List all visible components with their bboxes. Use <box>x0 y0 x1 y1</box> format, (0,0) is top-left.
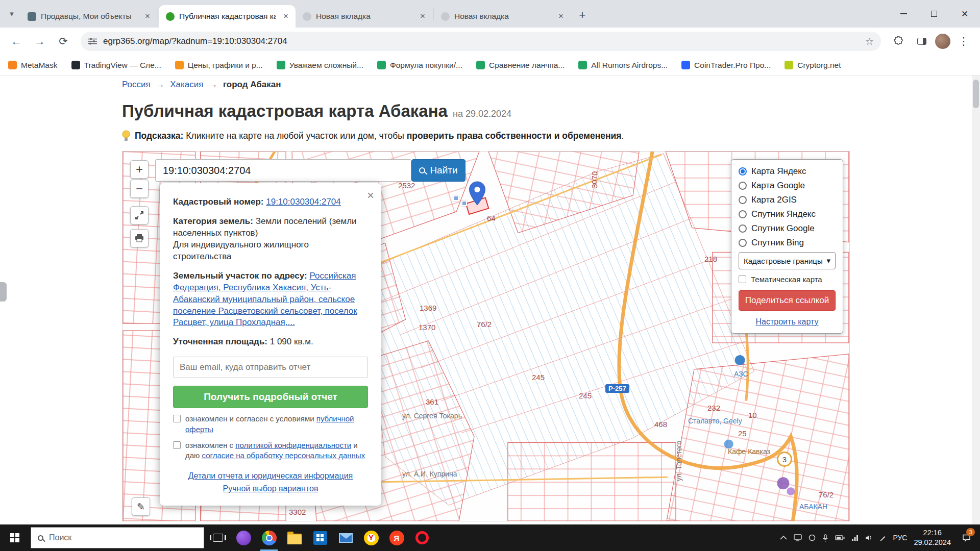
page-title-date: на 29.02.2024 <box>453 109 511 119</box>
close-button[interactable]: ✕ <box>949 0 980 28</box>
zoom-out-button[interactable]: − <box>130 180 149 198</box>
location-pin-icon <box>469 181 486 208</box>
tab-cadastral-map[interactable]: Публичная кадастровая карта × <box>159 5 296 28</box>
find-button[interactable]: Найти <box>411 159 465 182</box>
reload-button[interactable]: ⟳ <box>53 31 74 52</box>
tab-close-icon[interactable]: × <box>555 11 567 22</box>
tab-close-icon[interactable]: × <box>417 11 428 22</box>
tab-sellers[interactable]: Продавцы, Мои объекты × <box>20 5 157 28</box>
bookmark-item[interactable]: All Rumors Airdrops... <box>578 61 668 70</box>
boundaries-select[interactable]: Кадастровые границы▾ <box>739 252 836 269</box>
network-icon[interactable] <box>851 535 859 541</box>
app-store-button[interactable] <box>307 524 333 551</box>
site-settings-icon[interactable] <box>88 38 97 45</box>
tab-list-chevron-icon[interactable]: ▾ <box>6 9 17 18</box>
app-mail-button[interactable] <box>333 524 358 551</box>
bookmark-star-icon[interactable]: ☆ <box>865 36 874 47</box>
thematic-map-row[interactable]: Тематическая карта <box>739 275 836 284</box>
start-button[interactable] <box>0 524 30 551</box>
side-handle[interactable] <box>0 282 7 302</box>
personal-data-link[interactable]: согласие на обработку персональных данны… <box>202 451 365 460</box>
tab-new-2[interactable]: Новая вкладка × <box>434 5 571 28</box>
breadcrumb-link-russia[interactable]: Россия <box>122 80 151 89</box>
get-report-button[interactable]: Получить подробный отчет <box>173 386 368 408</box>
bookmarks-bar: MetaMask TradingView — Сле... Цены, граф… <box>0 55 980 76</box>
tab-close-icon[interactable]: × <box>280 11 291 22</box>
status-circle-icon[interactable] <box>808 534 816 541</box>
address-bar[interactable]: egrp365.org/map/?kadnum=19:10:030304:270… <box>81 32 881 51</box>
scrollbar-thumb[interactable] <box>973 80 979 108</box>
cadnum-link[interactable]: 19:10:030304:2704 <box>266 197 341 207</box>
radio-icon <box>739 196 747 204</box>
agree-offer-checkbox[interactable] <box>173 415 181 422</box>
draw-button[interactable]: ✎ <box>132 497 150 516</box>
task-view-button[interactable] <box>205 524 231 551</box>
hidden-icons-button[interactable] <box>780 536 787 540</box>
bookmark-item[interactable]: Уважаем сложный... <box>277 61 363 70</box>
layer-option-google-sat[interactable]: Спутник Google <box>739 223 836 234</box>
bookmark-label: All Rumors Airdrops... <box>591 61 668 70</box>
hint-label: Подсказка: <box>135 131 183 141</box>
microphone-icon[interactable] <box>822 534 828 542</box>
layer-option-bing-sat[interactable]: Спутник Bing <box>739 238 836 248</box>
bookmark-item[interactable]: Формула покупки/... <box>377 61 462 70</box>
kadnum-search-input[interactable] <box>155 159 411 182</box>
minimize-button[interactable] <box>888 0 919 28</box>
road-number-badge: 3 <box>777 452 792 467</box>
maximize-icon <box>931 11 937 17</box>
menu-kebab-icon[interactable]: ⋮ <box>953 31 974 52</box>
tab-close-icon[interactable]: × <box>142 11 153 22</box>
configure-map-link[interactable]: Настроить карту <box>739 317 836 327</box>
share-link-button[interactable]: Поделиться ссылкой <box>739 290 836 311</box>
layer-option-google-map[interactable]: Карта Google <box>739 181 836 191</box>
bookmark-item[interactable]: CoinTrader.Pro Про... <box>681 61 771 70</box>
thematic-checkbox[interactable] <box>739 276 746 283</box>
new-tab-button[interactable]: + <box>575 8 590 23</box>
layer-option-2gis-map[interactable]: Карта 2GIS <box>739 195 836 205</box>
notification-center-button[interactable]: 3 <box>958 524 975 551</box>
app-yandex-button[interactable]: Я <box>384 524 409 551</box>
language-indicator[interactable]: РУС <box>893 534 907 542</box>
clock[interactable]: 22:16 29.02.2024 <box>914 528 951 547</box>
breadcrumb-link-khakasia[interactable]: Хакасия <box>170 80 203 89</box>
tab-new-1[interactable]: Новая вкладка × <box>296 5 432 28</box>
battery-icon[interactable] <box>835 535 845 540</box>
forward-button[interactable]: → <box>30 31 50 52</box>
app-opera-button[interactable] <box>409 524 435 551</box>
extensions-icon[interactable] <box>888 31 909 52</box>
maximize-button[interactable] <box>919 0 949 28</box>
taskbar-search[interactable]: Поиск <box>31 527 204 548</box>
pen-icon[interactable] <box>879 535 886 541</box>
manual-options-link[interactable]: Ручной выбор вариантов <box>223 484 318 493</box>
report-details-link[interactable]: Детали отчета и юридическая информация <box>188 471 353 480</box>
app-explorer-button[interactable] <box>282 524 307 551</box>
app-purple-button[interactable] <box>231 524 256 551</box>
breadcrumb: Россия → Хакасия → город Абакан <box>122 80 980 90</box>
fullscreen-button[interactable] <box>130 206 149 224</box>
layer-option-yandex-map[interactable]: Карта Яндекс <box>739 166 836 177</box>
url-text[interactable]: egrp365.org/map/?kadnum=19:10:030304:270… <box>103 36 859 46</box>
bookmark-item[interactable]: MetaMask <box>8 61 58 70</box>
layer-option-yandex-sat[interactable]: Спутник Яндекс <box>739 209 836 219</box>
page-scrollbar[interactable] <box>972 76 980 524</box>
parcel-number-label: 1370 <box>419 323 435 332</box>
area-label: Уточненная площадь: <box>173 337 267 346</box>
privacy-link[interactable]: политикой конфиденциальности <box>235 441 351 449</box>
app-yandex-browser-button[interactable]: Y <box>358 524 384 551</box>
bookmark-item[interactable]: TradingView — Сле... <box>71 61 161 70</box>
app-chrome-button[interactable] <box>256 524 282 551</box>
zoom-in-button[interactable]: + <box>130 160 149 179</box>
bookmark-item[interactable]: Сравнение ланчпа... <box>476 61 565 70</box>
email-field[interactable] <box>173 357 368 378</box>
print-button[interactable] <box>130 229 149 247</box>
bookmark-label: Cryptorg.net <box>797 61 841 70</box>
bookmark-item[interactable]: Цены, графики и р... <box>175 61 263 70</box>
volume-icon[interactable] <box>865 535 873 541</box>
profile-avatar[interactable] <box>935 34 950 49</box>
side-panel-button[interactable] <box>912 31 932 52</box>
back-button[interactable]: ← <box>6 31 27 52</box>
popup-close-icon[interactable]: × <box>367 187 374 204</box>
display-icon[interactable] <box>794 534 802 541</box>
agree-privacy-checkbox[interactable] <box>173 441 181 449</box>
bookmark-item[interactable]: Cryptorg.net <box>785 61 841 70</box>
